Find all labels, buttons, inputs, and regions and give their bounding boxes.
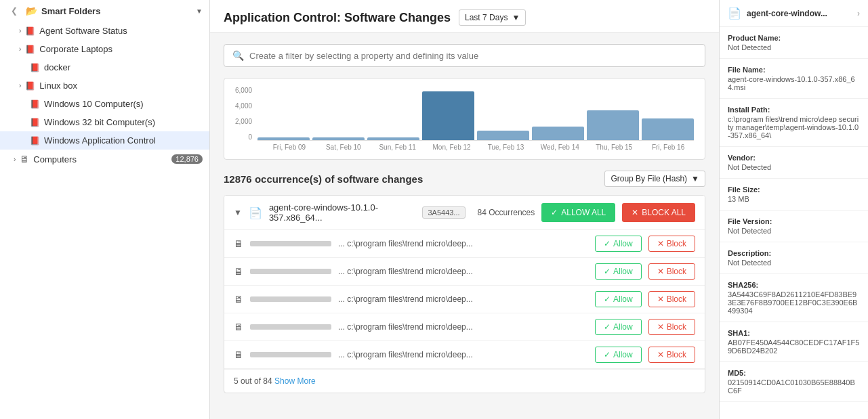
file-detail-icon: 📄 xyxy=(728,7,741,20)
file-size-label: File Size: xyxy=(728,185,860,194)
folder-icon: 📕 xyxy=(25,81,35,91)
detail-md5: MD5: 02150914CD0A1C01030B65E88840BC6F xyxy=(720,362,868,402)
occurrences-title: 12876 occurrence(s) of software changes xyxy=(224,173,423,185)
block-button[interactable]: ✕Block xyxy=(648,319,695,335)
file-version-label: File Version: xyxy=(728,217,860,225)
group-by-dropdown[interactable]: Group By File (Hash) ▼ xyxy=(604,171,705,187)
main-content: Application Control: Software Changes La… xyxy=(210,0,719,419)
x-label-tue-feb13: Tue, Feb 13 xyxy=(480,144,532,151)
group-by-label: Group By File (Hash) xyxy=(611,174,687,183)
occurrences-header: 12876 occurrence(s) of software changes … xyxy=(224,171,705,187)
chevron-icon: › xyxy=(19,27,21,35)
computers-icon: 🖥 xyxy=(20,154,29,164)
bar-fri-feb09 xyxy=(257,137,310,140)
block-button[interactable]: ✕Block xyxy=(648,347,695,363)
show-more-link[interactable]: Show More xyxy=(274,376,316,386)
file-path-bar xyxy=(250,352,331,357)
x-label-wed-feb14: Wed, Feb 14 xyxy=(534,144,585,151)
file-path-bar xyxy=(250,269,331,274)
sidebar-item-label: Agent Software Status xyxy=(39,26,127,36)
file-icon: 📄 xyxy=(249,206,262,219)
allow-button[interactable]: ✓Allow xyxy=(595,291,642,307)
sha1-label: SHA1: xyxy=(728,329,860,337)
file-path-text: ... c:\program files\trend micro\deep... xyxy=(338,322,588,332)
product-name-label: Product Name: xyxy=(728,34,860,42)
install-path-label: Install Path: xyxy=(728,106,860,114)
product-name-value: Not Detected xyxy=(728,43,860,51)
show-more-row: 5 out of 84 Show More xyxy=(224,369,705,393)
computer-icon: 🖥 xyxy=(234,294,243,305)
search-input[interactable] xyxy=(249,51,697,61)
sidebar-item-label: Linux box xyxy=(39,81,77,91)
x-label-fri-feb16: Fri, Feb 16 xyxy=(642,144,694,151)
block-all-button[interactable]: ✕ BLOCK ALL xyxy=(622,203,695,222)
sidebar-smart-folders-header[interactable]: ❮ 📂 Smart Folders ▼ xyxy=(0,0,209,22)
right-panel-arrow[interactable]: › xyxy=(857,9,860,18)
folder-icon: 📕 xyxy=(30,100,40,109)
sidebar-item-label: Windows 32 bit Computer(s) xyxy=(44,117,155,127)
bar-fri-feb16 xyxy=(642,118,694,140)
sha256-label: SHA256: xyxy=(728,281,860,289)
folder-icon: 📕 xyxy=(30,63,40,72)
detail-vendor: Vendor: Not Detected xyxy=(720,147,868,179)
folder-icon: 📕 xyxy=(25,45,35,54)
sidebar-item-label: Corporate Laptops xyxy=(39,44,112,54)
file-path-bar xyxy=(250,324,331,330)
vendor-value: Not Detected xyxy=(728,163,860,171)
sidebar-item-windows10[interactable]: 📕 Windows 10 Computer(s) xyxy=(0,95,209,113)
block-label: Block xyxy=(667,350,686,359)
sidebar-item-windows-app-control[interactable]: 📕 Windows Application Control xyxy=(0,131,209,150)
y-label-6000: 6,000 xyxy=(235,87,252,94)
sidebar-item-docker[interactable]: 📕 docker xyxy=(0,58,209,76)
allow-all-button[interactable]: ✓ ALLOW ALL xyxy=(541,203,615,222)
sidebar-item-linux-box[interactable]: › 📕 Linux box xyxy=(0,76,209,95)
folder-icon: 📕 xyxy=(30,118,40,127)
x-label-sun-feb11: Sun, Feb 11 xyxy=(372,144,423,151)
date-filter[interactable]: Last 7 Days ▼ xyxy=(459,9,526,26)
block-button[interactable]: ✕Block xyxy=(648,236,695,252)
sidebar-nav-arrow[interactable]: ❮ xyxy=(7,6,22,16)
smart-folders-icon: 📂 xyxy=(26,5,37,16)
sidebar-item-corporate-laptops[interactable]: › 📕 Corporate Laptops xyxy=(0,40,209,58)
file-path-bar xyxy=(250,241,331,246)
chevron-down-icon: ▼ xyxy=(512,13,520,22)
check-icon: ✓ xyxy=(551,208,558,217)
check-icon: ✓ xyxy=(604,294,611,304)
sidebar-item-windows32[interactable]: 📕 Windows 32 bit Computer(s) xyxy=(0,113,209,131)
show-more-text: 5 out of 84 xyxy=(234,376,274,386)
sidebar-item-label: Windows 10 Computer(s) xyxy=(44,99,144,109)
allow-button[interactable]: ✓Allow xyxy=(595,236,642,252)
file-name: agent-core-windows-10.1.0-357.x86_64... xyxy=(269,202,416,223)
bar-mon-feb12 xyxy=(422,91,474,140)
sidebar-item-agent-software-status[interactable]: › 📕 Agent Software Status xyxy=(0,22,209,40)
file-name-value: agent-core-windows-10.1.0-357.x86_64.msi xyxy=(728,75,860,91)
detail-file-name: File Name: agent-core-windows-10.1.0-357… xyxy=(720,59,868,99)
content-area: 🔍 6,000 4,000 2,000 0 xyxy=(210,33,719,419)
sidebar-item-computers[interactable]: › 🖥 Computers 12,876 xyxy=(0,150,209,169)
check-icon: ✓ xyxy=(604,322,611,332)
file-version-value: Not Detected xyxy=(728,227,860,235)
vendor-label: Vendor: xyxy=(728,154,860,162)
chevron-down-icon: ▼ xyxy=(691,174,699,183)
right-panel-header: 📄 agent-core-window... › xyxy=(720,0,868,27)
check-icon: ✓ xyxy=(604,267,611,276)
table-row: 🖥 ... c:\program files\trend micro\deep.… xyxy=(224,313,705,341)
y-label-4000: 4,000 xyxy=(235,102,252,110)
install-path-value: c:\program files\trend micro\deep securi… xyxy=(728,115,860,139)
md5-label: MD5: xyxy=(728,369,860,377)
computer-icon: 🖥 xyxy=(234,266,243,277)
chevron-icon: › xyxy=(19,45,21,53)
block-button[interactable]: ✕Block xyxy=(648,263,695,280)
allow-button[interactable]: ✓Allow xyxy=(595,319,642,335)
block-label: Block xyxy=(667,322,686,332)
expand-chevron[interactable]: ▼ xyxy=(234,208,242,217)
allow-button[interactable]: ✓Allow xyxy=(595,263,642,280)
x-icon: ✕ xyxy=(657,322,664,332)
occurrences-count: 84 Occurrences xyxy=(478,208,535,217)
check-icon: ✓ xyxy=(604,239,611,248)
allow-button[interactable]: ✓Allow xyxy=(595,347,642,363)
file-group-card: ▼ 📄 agent-core-windows-10.1.0-357.x86_64… xyxy=(224,195,705,393)
date-filter-label: Last 7 Days xyxy=(465,13,508,22)
search-icon: 🔍 xyxy=(232,50,244,61)
block-button[interactable]: ✕Block xyxy=(648,291,695,307)
